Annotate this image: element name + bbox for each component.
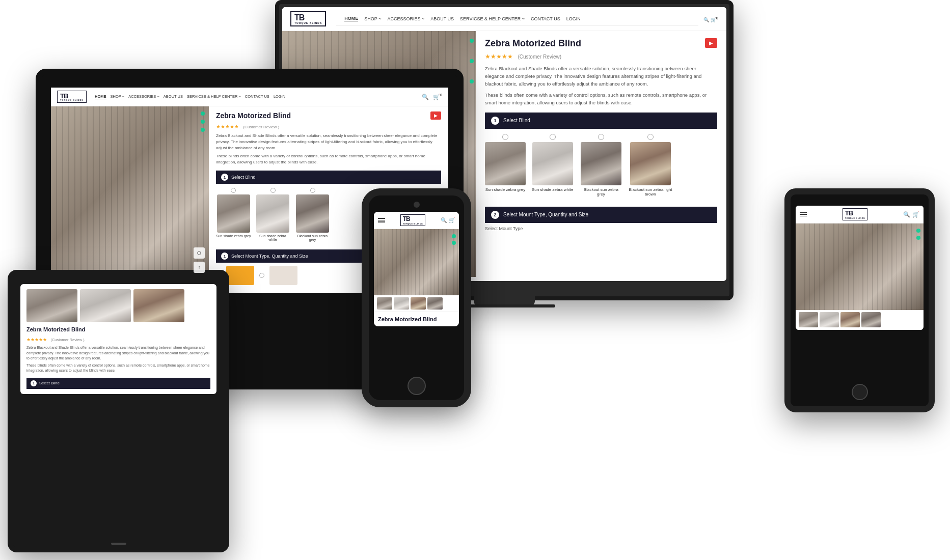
blind-label-grey: Sun shade zebra grey [485,187,525,192]
nav-about[interactable]: ABOUT US [430,16,454,21]
tc-blind-grey[interactable]: Sun shade zebra grey [216,188,251,241]
tablet-center-logo[interactable]: TB TORQUE BLINDS [57,91,87,103]
tr-hero-dots [916,229,920,240]
blind-swatch-brown [630,142,671,185]
tr-thumb-3[interactable] [840,312,860,327]
phone-center-device: TB TORQUE BLINDS 🔍 🛒 Zebra Motorized Bli… [362,188,471,407]
tc-nav-home[interactable]: HOME [95,94,106,99]
tc-stars: ★★★★★ [216,124,239,129]
tc-swatch-white [256,194,289,233]
tc-select-label: Select Blind [231,175,256,180]
phone-logo-sub: TORQUE BLINDS [403,222,423,225]
tc-mount-radio-2[interactable] [259,273,264,278]
tc-search-icon[interactable]: 🔍 [422,94,429,100]
phone-thumb-2[interactable] [394,297,409,310]
blind-radio-brown[interactable] [647,134,654,140]
monitor-review: (Customer Review) [518,54,561,60]
nav-contact[interactable]: CONTACT US [531,16,560,21]
monitor-select-mount-num: 2 [491,211,499,219]
tc-mount-swatch-white [269,266,297,285]
phone-product-info: Zebra Motorized Blind [374,312,459,326]
tr-thumb-2[interactable] [820,312,839,327]
tr-home-btn[interactable] [852,384,868,400]
tc-nav-login[interactable]: LOGIN [274,94,285,99]
phone-dot-1 [452,234,456,238]
tc-blind-white[interactable]: Sun shade zebra white [255,188,291,241]
phone-thumb-4[interactable] [427,297,443,310]
tc-hero-dots [201,111,205,132]
monitor-product-details: Zebra Motorized Blind ▶ ★★★★★ (Customer … [476,31,726,277]
nav-login[interactable]: LOGIN [566,16,581,21]
st-content: Zebra Motorized Blind ★★★★★ (Customer Re… [20,284,216,394]
tc-nav-shop[interactable]: SHOP ~ [111,94,125,99]
tablet-center-logo-sub: TORQUE BLINDS [60,99,84,101]
blind-label-grey2: Blackout sun zebra grey [579,187,622,197]
tr-logo-sub: TORQUE BLINDS [845,217,865,219]
tc-desc-2: These blinds often come with a variety o… [216,153,441,165]
monitor-stars: ★★★★★ [485,53,513,60]
st-desc-2: These blinds often come with a variety o… [26,363,210,374]
tc-desc-1: Zebra Blackout and Shade Blinds offer a … [216,133,441,151]
tc-mount-swatch-orange [226,266,254,285]
phone-menu-icon[interactable] [378,218,385,222]
phone-cart-icon[interactable]: 🛒 [449,217,455,223]
monitor-logo[interactable]: TB TORQUE BLINDS [290,11,326,26]
blind-radio-white[interactable] [550,134,556,140]
tablet-small-device: Zebra Motorized Blind ★★★★★ (Customer Re… [8,270,229,552]
phone-thumb-1[interactable] [377,297,392,310]
nav-home[interactable]: HOME [344,16,358,21]
tc-ar-icons: ⬡ ↑ [194,247,205,273]
monitor-select-blind-bar: 1 Select Blind [485,113,717,129]
phone-thumbs [374,295,459,312]
blind-option-brown[interactable]: Blackout sun zebra light brown [629,134,672,197]
tc-red-button[interactable]: ▶ [430,111,441,120]
monitor-nav-items: HOME SHOP ~ ACCESSORIES ~ ABOUT US SERVI… [336,12,698,26]
blind-option-white[interactable]: Sun shade zebra white [532,134,573,197]
tc-radio-grey[interactable] [231,188,236,193]
tablet-right-device: TB TORQUE BLINDS 🔍 🛒 [784,188,935,412]
monitor-select-mount-label: Select Mount Type, Quantity and Size [503,212,588,217]
tablet-center-nav: TB TORQUE BLINDS HOME SHOP ~ ACCESSORIES… [51,88,448,106]
tc-label-grey: Sun shade zebra grey [216,234,251,238]
phone-search-icon[interactable]: 🔍 [441,217,447,223]
tr-cart-icon[interactable]: 🛒 [912,211,919,218]
tc-ar-icon-2[interactable]: ↑ [194,262,205,273]
monitor-red-button[interactable]: ▶ [705,38,717,48]
tc-radio-grey2[interactable] [310,188,315,193]
tr-logo[interactable]: TB TORQUE BLINDS [843,208,868,220]
monitor-select-mount-bar: 2 Select Mount Type, Quantity and Size [485,207,717,223]
blind-option-grey2[interactable]: Blackout sun zebra grey [579,134,622,197]
tc-nav-accessories[interactable]: ACCESSORIES ~ [128,94,159,99]
monitor-product-title: Zebra Motorized Blind [485,38,717,49]
blind-radio-grey[interactable] [502,134,508,140]
tc-blind-grey2[interactable]: Blackout sun zebra grey [295,188,331,241]
tc-nav-contact[interactable]: CONTACT US [245,94,269,99]
nav-services[interactable]: SERVICSE & HELP CENTER ~ [460,16,525,21]
phone-logo[interactable]: TB TORQUE BLINDS [400,214,426,226]
st-home-btn[interactable] [111,543,126,545]
tablet-small-screen: Zebra Motorized Blind ★★★★★ (Customer Re… [20,284,216,394]
tc-ar-icon-1[interactable]: ⬡ [194,247,205,259]
tc-nav-about[interactable]: ABOUT US [164,94,183,99]
tr-search-icon[interactable]: 🔍 [903,211,910,218]
tc-product-title: Zebra Motorized Blind [216,111,441,120]
tc-nav-services[interactable]: SERVICSE & HELP CENTER ~ [187,94,241,99]
nav-shop[interactable]: SHOP ~ [364,16,381,21]
tr-menu-icon[interactable] [800,212,807,217]
search-icon[interactable]: 🔍 [703,17,709,22]
blind-radio-grey2[interactable] [598,134,604,140]
cart-icon[interactable]: 🛒0 [711,17,718,22]
tc-cart-icon[interactable]: 🛒0 [433,93,442,100]
tr-thumb-1[interactable] [799,312,818,327]
phone-home-btn[interactable] [408,377,426,395]
blind-swatch-white [532,142,573,185]
tr-thumb-4[interactable] [861,312,881,327]
tc-radio-white[interactable] [270,188,276,193]
phone-dots [452,234,456,245]
blind-option-grey[interactable]: Sun shade zebra grey [485,134,526,197]
tc-select-blind-bar: 1 Select Blind [216,171,441,184]
phone-thumb-3[interactable] [411,297,426,310]
st-select-label: Select Blind [39,381,60,385]
nav-accessories[interactable]: ACCESSORIES ~ [387,16,424,21]
tc-dot-1 [201,111,205,116]
